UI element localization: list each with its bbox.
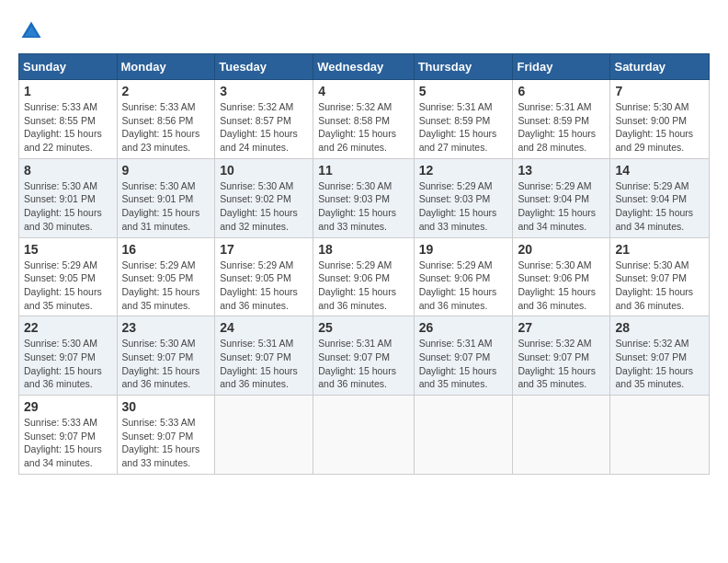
calendar-cell: 27Sunrise: 5:32 AM Sunset: 9:07 PM Dayli… xyxy=(513,316,610,396)
day-number: 4 xyxy=(318,84,408,98)
page-header xyxy=(18,18,710,44)
day-number: 27 xyxy=(518,320,605,335)
day-number: 10 xyxy=(220,163,308,178)
weekday-header-wednesday: Wednesday xyxy=(313,54,414,80)
calendar-cell: 30Sunrise: 5:33 AM Sunset: 9:07 PM Dayli… xyxy=(117,396,215,475)
day-info: Sunrise: 5:30 AM Sunset: 9:03 PM Dayligh… xyxy=(318,179,408,234)
day-info: Sunrise: 5:30 AM Sunset: 9:00 PM Dayligh… xyxy=(615,100,704,155)
day-number: 23 xyxy=(122,320,210,335)
calendar-cell: 12Sunrise: 5:29 AM Sunset: 9:03 PM Dayli… xyxy=(414,158,513,237)
calendar-cell: 14Sunrise: 5:29 AM Sunset: 9:04 PM Dayli… xyxy=(610,158,710,237)
day-number: 15 xyxy=(24,242,112,257)
calendar-cell: 5Sunrise: 5:31 AM Sunset: 8:59 PM Daylig… xyxy=(414,80,513,159)
day-info: Sunrise: 5:31 AM Sunset: 8:59 PM Dayligh… xyxy=(518,100,605,155)
calendar-cell: 21Sunrise: 5:30 AM Sunset: 9:07 PM Dayli… xyxy=(610,237,710,316)
weekday-header-sunday: Sunday xyxy=(19,54,118,80)
calendar-cell: 20Sunrise: 5:30 AM Sunset: 9:06 PM Dayli… xyxy=(513,237,610,316)
weekday-header-monday: Monday xyxy=(117,54,215,80)
calendar-cell xyxy=(313,396,414,475)
weekday-header-tuesday: Tuesday xyxy=(215,54,313,80)
day-info: Sunrise: 5:33 AM Sunset: 8:56 PM Dayligh… xyxy=(122,100,210,155)
day-info: Sunrise: 5:29 AM Sunset: 9:06 PM Dayligh… xyxy=(318,259,408,313)
calendar-row-1: 1Sunrise: 5:33 AM Sunset: 8:55 PM Daylig… xyxy=(19,80,710,159)
day-info: Sunrise: 5:29 AM Sunset: 9:03 PM Dayligh… xyxy=(419,179,508,234)
day-info: Sunrise: 5:32 AM Sunset: 9:07 PM Dayligh… xyxy=(615,337,704,391)
day-number: 13 xyxy=(518,163,605,178)
day-info: Sunrise: 5:30 AM Sunset: 9:01 PM Dayligh… xyxy=(24,179,112,234)
calendar-row-5: 29Sunrise: 5:33 AM Sunset: 9:07 PM Dayli… xyxy=(19,396,710,475)
calendar-cell: 25Sunrise: 5:31 AM Sunset: 9:07 PM Dayli… xyxy=(313,316,414,396)
day-number: 29 xyxy=(24,399,112,414)
day-info: Sunrise: 5:31 AM Sunset: 8:59 PM Dayligh… xyxy=(419,100,508,155)
day-number: 2 xyxy=(122,84,210,98)
calendar-cell xyxy=(513,396,610,475)
calendar-cell: 7Sunrise: 5:30 AM Sunset: 9:00 PM Daylig… xyxy=(610,80,710,159)
calendar-row-4: 22Sunrise: 5:30 AM Sunset: 9:07 PM Dayli… xyxy=(19,316,710,396)
day-info: Sunrise: 5:33 AM Sunset: 9:07 PM Dayligh… xyxy=(24,416,112,470)
day-number: 17 xyxy=(220,242,308,257)
day-info: Sunrise: 5:33 AM Sunset: 8:55 PM Dayligh… xyxy=(24,100,112,155)
day-number: 28 xyxy=(615,320,704,335)
day-info: Sunrise: 5:30 AM Sunset: 9:06 PM Dayligh… xyxy=(518,259,605,313)
day-info: Sunrise: 5:30 AM Sunset: 9:07 PM Dayligh… xyxy=(122,337,210,391)
calendar-cell: 11Sunrise: 5:30 AM Sunset: 9:03 PM Dayli… xyxy=(313,158,414,237)
day-number: 18 xyxy=(318,242,408,257)
day-number: 16 xyxy=(122,242,210,257)
logo xyxy=(18,18,48,44)
calendar-cell: 17Sunrise: 5:29 AM Sunset: 9:05 PM Dayli… xyxy=(215,237,313,316)
day-number: 14 xyxy=(615,163,704,178)
day-info: Sunrise: 5:29 AM Sunset: 9:05 PM Dayligh… xyxy=(122,259,210,313)
calendar-cell xyxy=(610,396,710,475)
logo-icon xyxy=(18,18,44,44)
calendar-row-2: 8Sunrise: 5:30 AM Sunset: 9:01 PM Daylig… xyxy=(19,158,710,237)
day-number: 21 xyxy=(615,242,704,257)
calendar-cell: 4Sunrise: 5:32 AM Sunset: 8:58 PM Daylig… xyxy=(313,80,414,159)
calendar-cell: 18Sunrise: 5:29 AM Sunset: 9:06 PM Dayli… xyxy=(313,237,414,316)
day-info: Sunrise: 5:30 AM Sunset: 9:02 PM Dayligh… xyxy=(220,179,308,234)
day-number: 9 xyxy=(122,163,210,178)
day-number: 6 xyxy=(518,84,605,98)
calendar-cell: 24Sunrise: 5:31 AM Sunset: 9:07 PM Dayli… xyxy=(215,316,313,396)
day-info: Sunrise: 5:32 AM Sunset: 8:57 PM Dayligh… xyxy=(220,100,308,155)
calendar-cell: 22Sunrise: 5:30 AM Sunset: 9:07 PM Dayli… xyxy=(19,316,118,396)
day-info: Sunrise: 5:30 AM Sunset: 9:07 PM Dayligh… xyxy=(615,259,704,313)
calendar-cell: 10Sunrise: 5:30 AM Sunset: 9:02 PM Dayli… xyxy=(215,158,313,237)
day-number: 20 xyxy=(518,242,605,257)
day-info: Sunrise: 5:29 AM Sunset: 9:04 PM Dayligh… xyxy=(615,179,704,234)
calendar-cell: 3Sunrise: 5:32 AM Sunset: 8:57 PM Daylig… xyxy=(215,80,313,159)
day-number: 11 xyxy=(318,163,408,178)
day-info: Sunrise: 5:29 AM Sunset: 9:05 PM Dayligh… xyxy=(220,259,308,313)
day-number: 25 xyxy=(318,320,408,335)
calendar-cell: 19Sunrise: 5:29 AM Sunset: 9:06 PM Dayli… xyxy=(414,237,513,316)
calendar-cell: 26Sunrise: 5:31 AM Sunset: 9:07 PM Dayli… xyxy=(414,316,513,396)
calendar-cell: 8Sunrise: 5:30 AM Sunset: 9:01 PM Daylig… xyxy=(19,158,118,237)
weekday-header-thursday: Thursday xyxy=(414,54,513,80)
calendar-cell: 1Sunrise: 5:33 AM Sunset: 8:55 PM Daylig… xyxy=(19,80,118,159)
calendar-cell: 29Sunrise: 5:33 AM Sunset: 9:07 PM Dayli… xyxy=(19,396,118,475)
day-info: Sunrise: 5:31 AM Sunset: 9:07 PM Dayligh… xyxy=(220,337,308,391)
day-info: Sunrise: 5:32 AM Sunset: 9:07 PM Dayligh… xyxy=(518,337,605,391)
weekday-header-saturday: Saturday xyxy=(610,54,710,80)
day-info: Sunrise: 5:30 AM Sunset: 9:01 PM Dayligh… xyxy=(122,179,210,234)
day-number: 8 xyxy=(24,163,112,178)
day-info: Sunrise: 5:31 AM Sunset: 9:07 PM Dayligh… xyxy=(318,337,408,391)
day-number: 24 xyxy=(220,320,308,335)
calendar-cell: 6Sunrise: 5:31 AM Sunset: 8:59 PM Daylig… xyxy=(513,80,610,159)
day-number: 30 xyxy=(122,399,210,414)
day-number: 12 xyxy=(419,163,508,178)
day-info: Sunrise: 5:31 AM Sunset: 9:07 PM Dayligh… xyxy=(419,337,508,391)
day-info: Sunrise: 5:30 AM Sunset: 9:07 PM Dayligh… xyxy=(24,337,112,391)
calendar-cell: 23Sunrise: 5:30 AM Sunset: 9:07 PM Dayli… xyxy=(117,316,215,396)
day-number: 26 xyxy=(419,320,508,335)
day-info: Sunrise: 5:29 AM Sunset: 9:05 PM Dayligh… xyxy=(24,259,112,313)
day-number: 19 xyxy=(419,242,508,257)
calendar-cell xyxy=(414,396,513,475)
day-number: 5 xyxy=(419,84,508,98)
day-info: Sunrise: 5:29 AM Sunset: 9:06 PM Dayligh… xyxy=(419,259,508,313)
calendar-cell: 13Sunrise: 5:29 AM Sunset: 9:04 PM Dayli… xyxy=(513,158,610,237)
calendar-cell: 15Sunrise: 5:29 AM Sunset: 9:05 PM Dayli… xyxy=(19,237,118,316)
calendar-cell: 9Sunrise: 5:30 AM Sunset: 9:01 PM Daylig… xyxy=(117,158,215,237)
weekday-header-friday: Friday xyxy=(513,54,610,80)
calendar-cell: 16Sunrise: 5:29 AM Sunset: 9:05 PM Dayli… xyxy=(117,237,215,316)
day-number: 7 xyxy=(615,84,704,98)
